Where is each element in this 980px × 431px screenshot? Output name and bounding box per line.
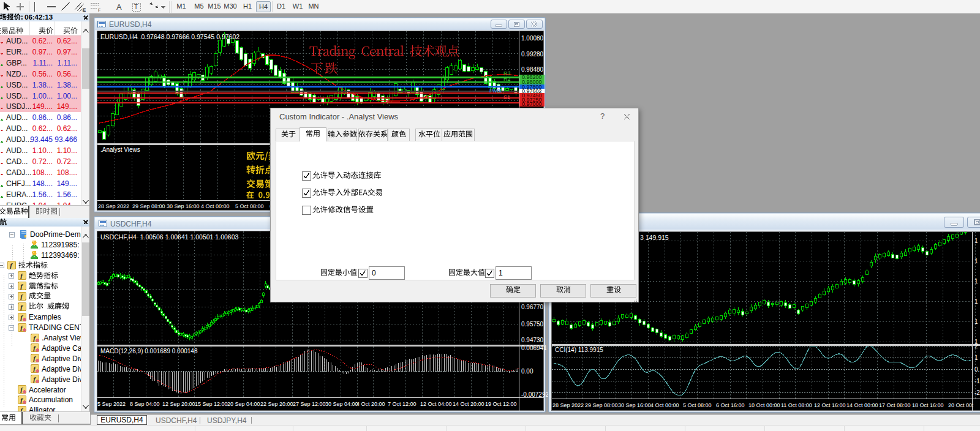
svg-text:T: T	[134, 4, 138, 10]
svg-text:E: E	[83, 8, 86, 12]
svg-text:A: A	[116, 2, 122, 12]
svg-text:F: F	[98, 8, 100, 12]
